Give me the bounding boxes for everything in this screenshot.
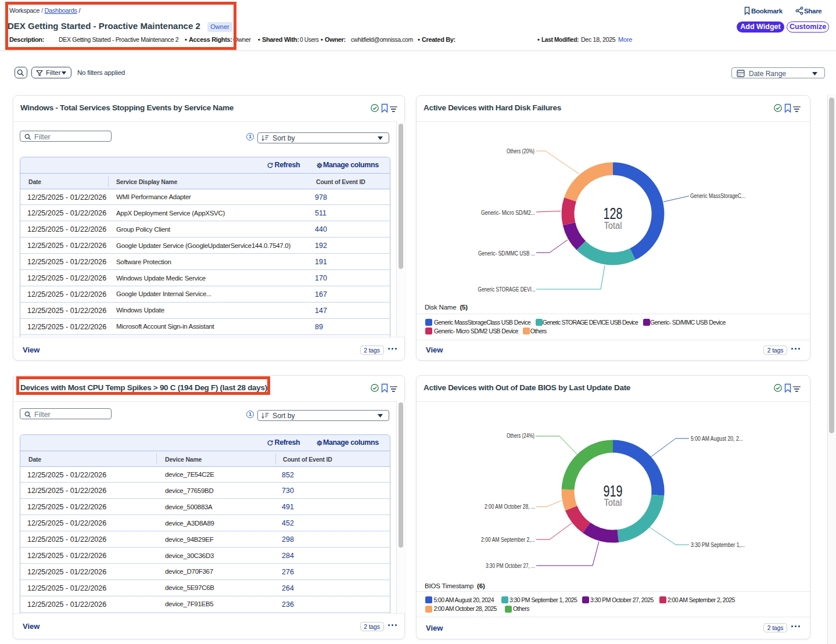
svg-text:3:30 PM October 27, ...: 3:30 PM October 27, ...: [486, 562, 535, 569]
svg-text:2:00 AM September 2,...: 2:00 AM September 2,...: [481, 536, 535, 543]
svg-text:Generic STORAGE DEVI...: Generic STORAGE DEVI...: [478, 286, 536, 293]
svg-text:2:00 AM October 28, ...: 2:00 AM October 28, ...: [485, 503, 535, 510]
svg-text:Total: Total: [604, 498, 622, 508]
svg-text:Generic MassStorageC...: Generic MassStorageC...: [690, 192, 745, 199]
svg-text:Total: Total: [604, 221, 622, 231]
svg-text:Generic- SD/MMC USB ...: Generic- SD/MMC USB ...: [478, 250, 535, 257]
svg-text:Generic- Micro SD/M2...: Generic- Micro SD/M2...: [481, 209, 535, 216]
svg-text:3:30 PM September 1,...: 3:30 PM September 1,...: [691, 541, 745, 548]
svg-text:Others (20%): Others (20%): [507, 147, 534, 154]
svg-text:Others (24%): Others (24%): [507, 432, 534, 439]
svg-text:5:00 AM August 20, 2...: 5:00 AM August 20, 2...: [691, 435, 743, 442]
